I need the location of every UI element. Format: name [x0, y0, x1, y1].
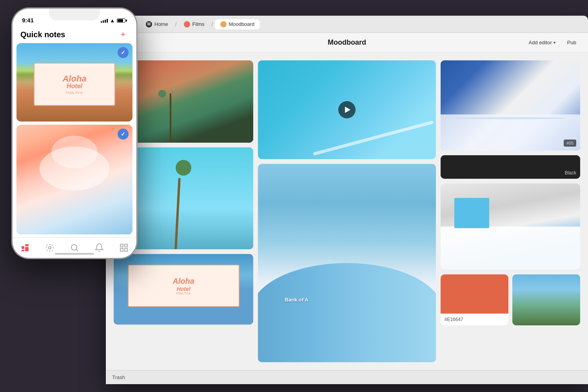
add-editor-button[interactable]: Add editor ▾	[525, 37, 559, 48]
add-note-button[interactable]: +	[118, 29, 129, 40]
tab-moodboard-label: Moodboard	[229, 21, 255, 27]
status-icons: ▲	[101, 18, 127, 24]
app-title: Quick notes	[20, 30, 65, 39]
color-swatch	[441, 274, 508, 314]
page-title: Moodboard	[328, 38, 366, 47]
color-code-overlay: #05	[564, 140, 576, 147]
palms-blue-image	[512, 274, 580, 321]
svg-rect-2	[25, 244, 29, 246]
svg-line-6	[76, 250, 78, 252]
midcentury-image	[441, 183, 580, 270]
svg-rect-10	[125, 249, 127, 251]
card-midcentury[interactable]	[441, 183, 580, 270]
card-row-bottom: #E16647	[441, 274, 580, 325]
svg-rect-8	[125, 244, 127, 247]
browser-tab-films[interactable]: Films	[178, 19, 210, 29]
browser-tabs: M Home / Films / Moodboard	[140, 19, 260, 29]
card-color-swatch[interactable]: #E16647	[441, 274, 508, 325]
iphone-notch	[49, 9, 100, 20]
tab-bar-item-grid[interactable]	[119, 243, 129, 253]
grid-tab-icon	[119, 243, 129, 253]
moodboard-content: Aloha Hotel POOL TV·A·	[106, 53, 588, 370]
tab-bar-item-notifications[interactable]	[94, 243, 104, 253]
bank-text: Bank of A	[285, 297, 308, 303]
card-aloha-bottom[interactable]: Aloha Hotel POOL TV·A·	[114, 254, 253, 325]
moodboard-col-3: #05 Black #E16647	[441, 60, 580, 362]
browser-titlebar: M Home / Films / Moodboard	[106, 16, 588, 33]
tab-bar-item-search[interactable]	[69, 243, 80, 253]
photo-check-badge-2: ✓	[118, 129, 129, 140]
iphone-mockup: 9:41 ▲ Quick notes +	[12, 8, 137, 259]
pool-image	[258, 60, 436, 139]
search-tab-icon	[69, 243, 80, 253]
play-triangle-icon	[345, 107, 350, 113]
tab-icon-moodboard	[220, 21, 227, 27]
moodboard-col-2: Poolside Palm Springs.mp4 Download · 136…	[258, 60, 436, 362]
tab-films-label: Films	[192, 21, 205, 27]
svg-rect-9	[120, 249, 123, 251]
signal-bars-icon	[101, 19, 108, 23]
house-door	[454, 198, 489, 228]
photo-item-aloha[interactable]: Aloha Hotel POOL TV·A· ✓	[16, 43, 132, 122]
browser-bottom-bar: Trash	[106, 370, 588, 384]
moodboard-page-header: Moodboard Add editor ▾ Pub	[106, 33, 588, 53]
photo-clouds-image	[16, 125, 132, 234]
photo-check-badge-1: ✓	[118, 47, 129, 58]
svg-rect-1	[22, 250, 24, 251]
svg-point-5	[71, 245, 77, 250]
svg-rect-3	[25, 247, 29, 251]
trash-button[interactable]: Trash	[112, 374, 125, 380]
settings-tab-icon	[45, 243, 55, 253]
tab-icon-films	[184, 21, 190, 27]
chevron-down-icon: ▾	[554, 40, 555, 45]
browser-tab-moodboard[interactable]: Moodboard	[215, 19, 260, 29]
aloha-bottom-image: Aloha Hotel POOL TV·A·	[114, 254, 253, 325]
play-button[interactable]	[338, 101, 356, 118]
publish-button[interactable]: Pub	[563, 37, 580, 48]
tab-home-label: Home	[154, 21, 168, 27]
card-dark-color[interactable]: Black	[441, 155, 580, 179]
battery-icon	[117, 18, 127, 23]
architecture-image	[441, 60, 580, 151]
bank-image: Bank of A	[258, 164, 436, 362]
dark-card-label: Black	[565, 170, 576, 176]
svg-rect-0	[22, 246, 24, 249]
bell-tab-icon	[94, 243, 104, 253]
iphone-screen: 9:41 ▲ Quick notes +	[13, 9, 136, 258]
photo-item-clouds[interactable]: ✓	[16, 125, 132, 234]
photo-grid: Aloha Hotel POOL TV·A· ✓ ✓	[13, 43, 136, 238]
header-actions: Add editor ▾ Pub	[525, 37, 580, 48]
app-header: Quick notes +	[13, 26, 136, 43]
svg-rect-7	[120, 244, 123, 247]
card-architecture[interactable]: #05	[441, 60, 580, 151]
tab-separator-1: /	[175, 21, 177, 27]
browser-tab-home[interactable]: M Home	[140, 19, 174, 29]
tab-bar	[13, 238, 136, 258]
tab-icon-m: M	[146, 21, 152, 27]
browser-window: M Home / Films / Moodboard Moodboard Add…	[106, 16, 588, 384]
photo-aloha-image: Aloha Hotel POOL TV·A·	[16, 43, 132, 122]
card-bank-building[interactable]: Bank of A	[258, 164, 436, 362]
status-time: 9:41	[22, 17, 34, 24]
tab-bar-item-settings[interactable]	[45, 243, 55, 253]
svg-point-4	[49, 247, 51, 249]
card-pool-video[interactable]: Poolside Palm Springs.mp4 Download · 136…	[258, 60, 436, 159]
home-indicator	[55, 253, 94, 255]
wifi-icon: ▲	[110, 18, 115, 24]
tab-bar-item-home[interactable]	[20, 243, 30, 253]
card-palms-blue[interactable]	[512, 274, 580, 325]
home-tab-icon	[20, 243, 30, 253]
color-swatch-label: #E16647	[441, 314, 508, 325]
tab-separator-2: /	[212, 21, 213, 27]
add-editor-label: Add editor	[529, 40, 552, 45]
